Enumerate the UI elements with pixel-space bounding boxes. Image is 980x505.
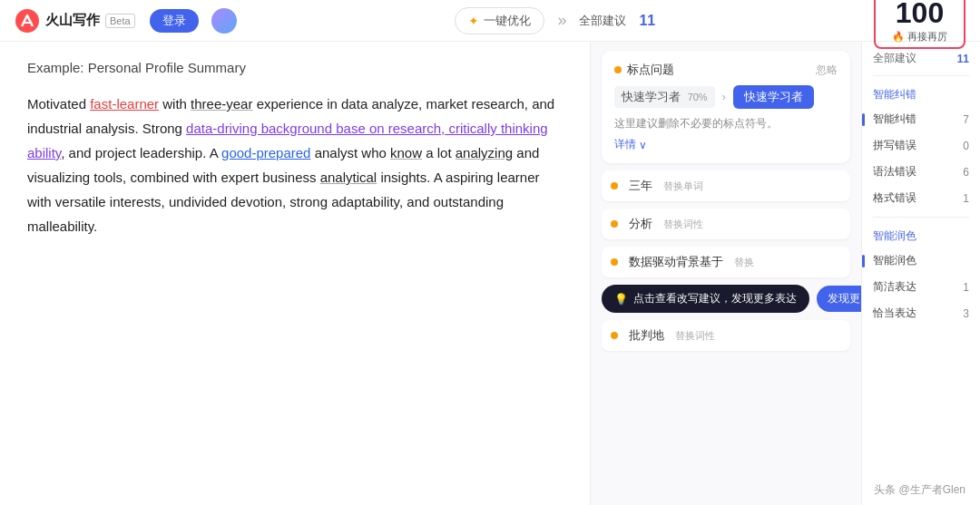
watermark: 头条 @生产者Glen xyxy=(874,482,965,498)
right-row-proper[interactable]: 恰当表达 3 xyxy=(873,302,969,325)
highlight-good-prepared: good-prepared xyxy=(221,145,310,160)
right-row-smart-error[interactable]: 智能纠错 7 xyxy=(873,108,969,131)
logo-area: 火山写作 Beta 登录 xyxy=(15,8,237,34)
proper-count: 3 xyxy=(963,307,969,320)
card-detail[interactable]: 详情 ∨ xyxy=(614,137,838,152)
fire-icon: 🔥 xyxy=(892,31,905,43)
proper-label: 恰当表达 xyxy=(873,306,916,321)
option-suggested[interactable]: 快速学习者 xyxy=(733,85,814,109)
all-suggestions-count: 11 xyxy=(957,53,969,65)
smart-error-label: 智能纠错 xyxy=(873,112,916,127)
optimize-button[interactable]: ✦ 一键优化 xyxy=(455,7,544,34)
option-original: 快速学习者 70% xyxy=(614,86,715,108)
right-divider-2 xyxy=(873,217,969,218)
underline-three-year: three-year xyxy=(191,96,252,112)
dot-orange-2 xyxy=(611,182,618,189)
dot-orange-3 xyxy=(611,220,618,228)
item-label-analyze: 分析 xyxy=(629,216,652,232)
card-options: 快速学习者 70% › 快速学习者 xyxy=(614,85,838,109)
grammar-error-label: 语法错误 xyxy=(873,164,916,180)
right-row-grammar[interactable]: 语法错误 6 xyxy=(873,160,969,183)
right-smart-tone-title: 智能润色 xyxy=(873,228,969,244)
dot-orange-4 xyxy=(611,258,618,266)
main: Example: Personal Profile Summary Motiva… xyxy=(0,42,980,505)
highlight-fast-learner: fast-learner xyxy=(90,96,159,112)
logo-text: 火山写作 xyxy=(45,12,100,29)
score-number: 100 xyxy=(892,0,947,30)
item-label-three-year: 三年 xyxy=(629,178,652,194)
original-score: 70% xyxy=(688,92,708,102)
doc-body: Motivated fast-learner with three-year e… xyxy=(27,92,563,238)
grammar-error-count: 6 xyxy=(963,166,969,179)
spell-error-label: 拼写错误 xyxy=(873,138,916,153)
avatar-button[interactable] xyxy=(211,8,237,34)
smart-tone-label: 智能润色 xyxy=(873,253,916,268)
editor-area: Example: Personal Profile Summary Motiva… xyxy=(0,42,590,505)
suggestion-card-punctuation: 标点问题 忽略 快速学习者 70% › 快速学习者 这里建议删除不必要的标点符号… xyxy=(602,51,850,163)
tooltip-text: 点击查看改写建议，发现更多表达 xyxy=(633,291,797,306)
more-button[interactable]: » xyxy=(554,11,570,30)
smart-error-label-text: 智能纠错 xyxy=(873,88,916,101)
suggestion-item-analyze: 分析 替换词性 xyxy=(602,209,850,239)
suggestions-label: 全部建议 xyxy=(579,13,626,29)
spell-error-count: 0 xyxy=(963,140,969,152)
bulb-icon: 💡 xyxy=(614,293,628,306)
tooltip-row: 💡 点击查看改写建议，发现更多表达 发现更多表达 2 xyxy=(602,285,850,313)
beta-badge: Beta xyxy=(105,14,135,28)
card-dot-orange xyxy=(614,66,622,73)
smart-error-count: 7 xyxy=(963,113,969,126)
svg-point-0 xyxy=(15,9,39,33)
dot-orange-5 xyxy=(611,332,618,339)
concise-label: 简洁表达 xyxy=(873,279,916,295)
card-action-ignore[interactable]: 忽略 xyxy=(816,63,838,78)
right-row-format[interactable]: 格式错误 1 xyxy=(873,187,969,209)
smart-tone-label-text: 智能润色 xyxy=(873,229,916,242)
right-divider-1 xyxy=(873,75,969,76)
optimize-label: 一键优化 xyxy=(484,13,531,29)
underline-analyzing: analyzing xyxy=(456,145,513,160)
right-all-suggestions-title: 全部建议 11 xyxy=(873,51,969,66)
right-row-smart-tone[interactable]: 智能润色 xyxy=(873,249,969,272)
item-action-analyze[interactable]: 替换词性 xyxy=(663,218,703,231)
discover-button[interactable]: 发现更多表达 2 xyxy=(817,286,862,312)
simple-item-data-driving: 数据驱动背景基于 替换 xyxy=(602,247,850,277)
doc-title: Example: Personal Profile Summary xyxy=(27,60,563,75)
concise-count: 1 xyxy=(963,281,969,294)
tooltip-banner[interactable]: 💡 点击查看改写建议，发现更多表达 xyxy=(602,285,809,313)
header-center: ✦ 一键优化 » 全部建议 11 xyxy=(237,7,874,34)
item-action-data-driving[interactable]: 替换 xyxy=(734,256,754,269)
suggestions-count: 11 xyxy=(639,13,655,29)
right-smart-error-title: 智能纠错 xyxy=(873,87,969,102)
suggestion-item-data-driving: 数据驱动背景基于 替换 💡 点击查看改写建议，发现更多表达 发现更多表达 2 xyxy=(602,247,850,313)
card-title-punctuation: 标点问题 xyxy=(614,62,674,78)
underline-know: know xyxy=(390,145,422,160)
item-action-critically[interactable]: 替换词性 xyxy=(675,329,715,343)
card-header-punctuation: 标点问题 忽略 xyxy=(614,62,838,78)
all-suggestions-label: 全部建议 xyxy=(873,51,916,66)
logo-icon xyxy=(15,8,40,34)
login-button[interactable]: 登录 xyxy=(150,9,199,33)
right-row-spell[interactable]: 拼写错误 0 xyxy=(873,134,969,157)
suggestion-item-critically: 批判地 替换词性 xyxy=(602,320,850,351)
middle-panel: 标点问题 忽略 快速学习者 70% › 快速学习者 这里建议删除不必要的标点符号… xyxy=(590,42,862,505)
star-icon: ✦ xyxy=(468,14,479,28)
underline-analytical: analytical xyxy=(320,170,377,185)
item-label-data-driving: 数据驱动背景基于 xyxy=(629,254,723,270)
item-label-critically: 批判地 xyxy=(629,327,664,344)
item-action-three-year[interactable]: 替换单词 xyxy=(663,180,703,193)
discover-label: 发现更多表达 xyxy=(828,291,862,306)
right-row-concise[interactable]: 简洁表达 1 xyxy=(873,276,969,298)
option-arrow: › xyxy=(722,91,726,103)
chevron-down-icon: ∨ xyxy=(639,139,647,151)
card-desc: 这里建议删除不必要的标点符号。 xyxy=(614,116,838,131)
format-error-count: 1 xyxy=(963,192,969,205)
format-error-label: 格式错误 xyxy=(873,190,916,206)
right-panel: 全部建议 11 智能纠错 智能纠错 7 拼写错误 0 语法错误 6 格式错误 1… xyxy=(862,42,980,505)
suggestion-item-three-year: 三年 替换单词 xyxy=(602,170,850,201)
header: 火山写作 Beta 登录 ✦ 一键优化 » 全部建议 11 100 🔥 再接再厉 xyxy=(0,0,980,42)
